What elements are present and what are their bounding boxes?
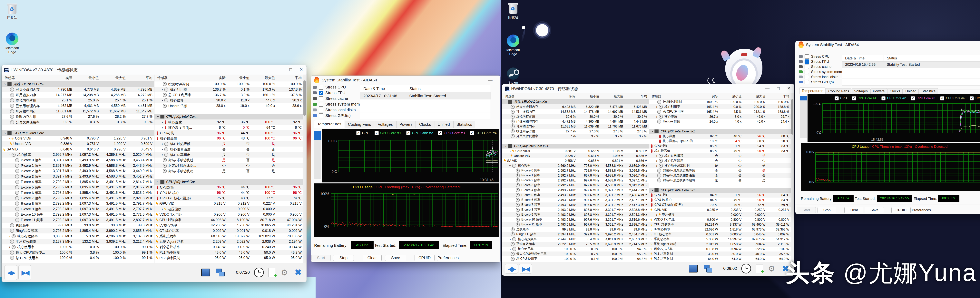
sensor-row[interactable]: 核心最高值85 ℃49 ℃96 ℃83 ℃ xyxy=(649,148,791,153)
chevron-down-icon[interactable]: › xyxy=(8,153,12,157)
clear-button[interactable]: Clear xyxy=(363,255,382,261)
sensor-row[interactable]: ϟGT 核心功率0.002 W0.001 W0.018 W0.002 W xyxy=(154,228,304,234)
tab-powers[interactable]: Powers xyxy=(396,121,416,128)
stress-option-stress-gpu-s-[interactable]: Stress GPU(s) xyxy=(799,80,834,84)
save-button[interactable]: Save xyxy=(385,255,406,261)
desktop-icon-edge[interactable]: MicrosoftEdge xyxy=(0,33,24,54)
chevron-right-icon[interactable]: › xyxy=(655,139,659,143)
col-header[interactable]: 最大值 xyxy=(101,75,127,81)
sensor-row[interactable]: ϟCPU 封装功率35.254 W5.337 W68.460 W35.011 W xyxy=(649,222,791,227)
sensor-row[interactable] xyxy=(154,108,304,114)
chevron-right-icon[interactable]: › xyxy=(8,234,11,238)
col-header[interactable]: 实际 xyxy=(548,93,578,99)
sensor-row[interactable]: E-core 11 频率2,493.9 MHz997.6 MHz3,391.7 … xyxy=(502,222,649,227)
sensor-row[interactable]: Ring/LLC 频率2,394.1 MHz399.0 MHz3,990.2 M… xyxy=(502,232,649,237)
sensor-row[interactable]: 物理内存占用27.6 %27.6 %28.2 %27.7 % xyxy=(2,114,154,120)
sensor-row[interactable]: E-core 7 频率2,493.9 MHz997.6 MHz3,391.7 M… xyxy=(502,202,649,207)
chevron-right-icon[interactable]: › xyxy=(655,164,659,167)
sensor-row[interactable]: 按需时钟调制100.0 %100.0 %100.0 %100.0 % xyxy=(154,81,304,87)
sensor-row[interactable]: ϟiGPU VID0.215 V0.212 V0.227 V0.215 V xyxy=(154,201,304,206)
chevron-right-icon[interactable]: › xyxy=(160,120,164,124)
sensor-row[interactable]: 封装/环形总线过热降频否否是 xyxy=(649,168,791,173)
cpuid-button[interactable]: CPUID xyxy=(415,255,434,261)
tab-statistics[interactable]: Statistics xyxy=(919,88,938,94)
checkbox-checked[interactable]: ✓ xyxy=(319,91,323,96)
sensor-row[interactable]: ϟiGPU VID0.235 V0.235 V0.252 V0.237 V xyxy=(649,207,791,212)
graph-pan-handle[interactable] xyxy=(314,131,321,140)
clock-button[interactable] xyxy=(740,263,752,274)
checkbox[interactable] xyxy=(319,102,323,107)
stop-button[interactable]: Stop xyxy=(818,207,836,213)
sensor-row[interactable]: ›核心临界温度否否否 xyxy=(649,158,791,163)
sensor-row[interactable] xyxy=(2,125,154,131)
chevron-down-icon[interactable]: › xyxy=(651,129,654,133)
sensor-row[interactable]: 总 CPU 利用率136.7 %3.9 %166.1 %137.8 % xyxy=(154,92,304,98)
sensor-row[interactable]: E-core 5 频率2,793.2 MHz1,895.4 MHz3,491.5… xyxy=(2,185,154,190)
close-sensors-button[interactable]: ✖ xyxy=(292,265,304,280)
col-sensor[interactable]: 传感器 xyxy=(154,75,205,81)
tab-unified[interactable]: Unified xyxy=(434,121,453,128)
sensor-row[interactable]: 总线频率99.8 MHz99.8 MHz99.8 MHz99.8 MHz xyxy=(2,223,154,228)
scrollbar[interactable] xyxy=(303,75,306,263)
col-header[interactable]: 最小值 xyxy=(74,75,101,81)
sensor-row[interactable]: P-core 3 频率2,992.7 MHz997.6 MHz4,588.8 M… xyxy=(502,183,649,188)
col-sensor[interactable]: 传感器 xyxy=(649,93,695,99)
sensor-row[interactable]: 最大 CPU/线程使...100.0 %3.8 %100.0 %99.1 % xyxy=(2,250,154,255)
sensor-row[interactable]: ϟVDDQ TX 电压0.900 V0.900 V0.900 V0.900 V xyxy=(154,212,304,217)
sensor-row[interactable]: ›核心频率2,660.2 MHz798.0 MHz4,588.8 MHz2,65… xyxy=(502,163,649,168)
chevron-right-icon[interactable]: › xyxy=(655,135,659,138)
sensor-row[interactable]: E-core 6 频率2,493.9 MHz997.6 MHz3,391.7 M… xyxy=(502,198,649,202)
legend-checkbox[interactable]: ✓ xyxy=(911,96,915,100)
sensor-row[interactable]: ›核心温度92 ℃36 ℃100 ℃92 ℃ xyxy=(154,120,304,125)
sensor-row[interactable]: ϟCPU 封装功率44.996 W8.100 W80.718 W47.004 W xyxy=(154,217,304,223)
chevron-right-icon[interactable]: › xyxy=(160,126,164,130)
stress-option-stress-cache[interactable]: Stress cache xyxy=(313,96,348,101)
start-button[interactable]: Start xyxy=(312,255,331,261)
preferences-button[interactable]: Preferences xyxy=(912,207,931,213)
chevron-right-icon[interactable]: › xyxy=(160,153,164,157)
sensor-row[interactable]: E-core 10 频率2,493.9 MHz997.6 MHz3,391.7 … xyxy=(502,217,649,222)
chevron-right-icon[interactable]: › xyxy=(160,207,164,211)
sensor-row[interactable]: Uncore 倍频24.0 x4.0 x40.0 x24.4 x xyxy=(649,119,791,124)
chevron-right-icon[interactable]: › xyxy=(655,213,659,217)
settings-button[interactable]: ⚙ xyxy=(278,265,291,280)
nav-right-button[interactable]: ▶◀ xyxy=(18,265,31,280)
sensor-row[interactable]: ϟ系统总功率68.116 W19.827 W109.824 W70.136 W xyxy=(154,233,304,239)
sensor-row[interactable]: Uncore 倍频28.0 x19.0 x40.0 x28.6 x xyxy=(154,103,304,109)
sensor-row[interactable]: ›核心有效频率2,744.3 MHz0.4 MHz4,011.0 MHz2,63… xyxy=(502,237,649,242)
log-col-status[interactable]: Status xyxy=(884,55,980,61)
sensor-row[interactable]: ›核心过热降频否否是 xyxy=(649,153,791,158)
sensor-row[interactable]: 虚拟内存占用30.6 %30.0 %30.9 %30.6 % xyxy=(502,114,649,119)
chevron-right-icon[interactable]: › xyxy=(160,147,164,151)
sensor-row[interactable]: 按需时钟调制100.0 %100.0 %100.0 %100.0 % xyxy=(649,99,791,104)
clear-button[interactable]: Clear xyxy=(844,207,863,213)
stress-option-stress-fpu[interactable]: ✓Stress FPU xyxy=(313,91,345,95)
stress-option-stress-system-memory[interactable]: Stress system memory xyxy=(313,102,365,107)
sensor-row[interactable]: ϟUncore VID0.828 V0.631 V1.056 V0.836 V xyxy=(502,153,649,158)
col-header[interactable]: 平均 xyxy=(625,93,649,99)
preferences-button[interactable]: Preferences xyxy=(437,255,459,261)
sensor-row[interactable]: ϟ剩余芯片功率0.108 W0.094 W0.228 W0.109 W xyxy=(649,247,791,252)
sensor-row[interactable]: ϟSA VID0.648 V0.646 V0.796 V0.649 V xyxy=(2,147,154,152)
sensor-row[interactable]: 可用虚拟内存14,277 MB14,208 MB14,288 MB14,272 … xyxy=(2,92,154,98)
sensor-row[interactable]: ›ϟCore VIDs0.881 V0.663 V1.149 V0.891 V xyxy=(502,148,649,153)
chevron-down-icon[interactable]: › xyxy=(651,188,654,192)
legend-checkbox[interactable]: ✓ xyxy=(881,96,886,100)
chevron-down-icon[interactable]: › xyxy=(3,131,8,135)
col-header[interactable]: 平均 xyxy=(277,75,304,81)
graph-pan-handle[interactable] xyxy=(800,96,807,100)
sensor-row[interactable]: E-core 8 频率2,493.9 MHz897.8 MHz3,391.7 M… xyxy=(502,207,649,212)
sensor-group-row[interactable]: ›系统: HONOR BRN-... xyxy=(2,81,154,87)
sensor-group-row[interactable]: ›CPU [#0]: Intel Core... xyxy=(2,130,154,136)
sensor-row[interactable]: ϟ系统 Agent 功耗2.012 W1.858 W3.934 W2.115 W xyxy=(649,242,791,247)
sensor-row[interactable] xyxy=(649,183,791,188)
sensor-row[interactable]: 封装/环形总线临界温度否否否 xyxy=(649,173,791,178)
sensor-group-row[interactable]: ›系统: LENOVO XiaoXin 16 ... xyxy=(502,99,649,104)
sensor-row[interactable]: ›ϟCore VIDs0.948 V0.796 V1.228 V0.961 V xyxy=(2,136,154,141)
checkbox[interactable] xyxy=(319,113,323,118)
sensor-group-row[interactable]: ›CPU [#0]: Intel Cor... xyxy=(154,179,304,185)
sensor-row[interactable]: ϟ系统总功率55.306 W14.297 W89.675 W54.312 W xyxy=(649,237,791,242)
stress-option-stress-cache[interactable]: Stress cache xyxy=(799,65,831,69)
sensor-row[interactable]: ϟIA 核心功率42.206 W4.730 W78.065 W44.231 W xyxy=(154,223,304,228)
tab-unified[interactable]: Unified xyxy=(903,88,919,94)
